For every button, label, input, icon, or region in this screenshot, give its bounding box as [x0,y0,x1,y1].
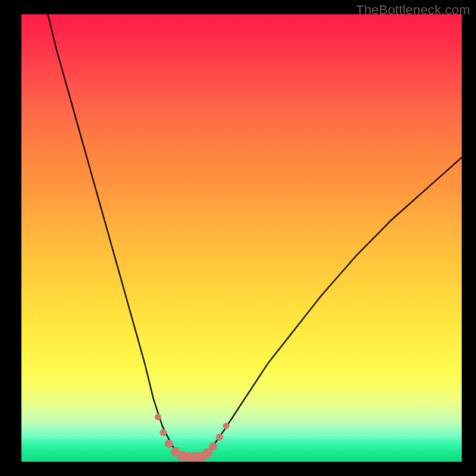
plot-area [21,14,462,462]
chart-frame: TheBottleneck.com [0,0,476,476]
highlight-markers [21,14,462,462]
marker-point [165,440,173,448]
marker-point [209,442,217,450]
marker-point [216,434,223,441]
marker-point [159,429,167,436]
marker-point [155,414,161,420]
watermark-text: TheBottleneck.com [356,2,470,18]
marker-point [223,422,230,429]
